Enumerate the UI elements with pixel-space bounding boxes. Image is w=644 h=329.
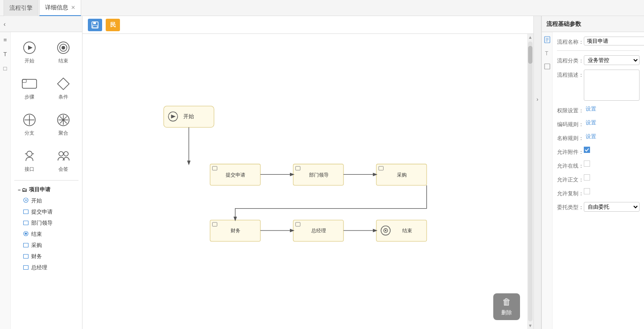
svg-text:财务: 财务 (231, 228, 240, 233)
delete-button[interactable]: 🗑 删除 (493, 293, 520, 320)
tree-item-start[interactable]: 开始 (14, 195, 78, 206)
canvas-scrollbar[interactable]: ▲ ▼ (527, 34, 533, 329)
tree-root-label: 项目申请 (29, 186, 50, 193)
sidebar-text-icon[interactable]: T (1, 50, 9, 58)
save-icon (91, 21, 99, 29)
field-namerule-label: 名称规则： (557, 133, 584, 142)
tab-engine[interactable]: 流程引擎 (4, 0, 38, 16)
interface-icon (21, 148, 37, 164)
tool-step[interactable]: 步骤 (14, 72, 45, 104)
node-end: 结束 (376, 220, 427, 242)
svg-point-20 (64, 152, 68, 156)
field-row-perm: 权限设置： 设置 (557, 105, 640, 115)
tab-detail[interactable]: 详细信息 ✕ (39, 0, 81, 16)
svg-point-26 (25, 233, 27, 235)
flowchart-svg: 开始 提交申请 部门领导 采购 (83, 34, 527, 329)
tree-item-dept[interactable]: 部门领导 (14, 218, 78, 229)
flow-name-input[interactable] (584, 37, 644, 45)
perm-setting-link[interactable]: 设置 (586, 105, 596, 113)
condition-icon (55, 76, 71, 92)
allow-online-checkbox[interactable] (584, 160, 590, 167)
tree-root[interactable]: − 🗂 项目申请 (14, 184, 78, 195)
field-desc-label: 流程描述： (557, 70, 584, 79)
tool-merge[interactable]: 聚合 (48, 108, 78, 140)
main-area: ‹ ≡ T □ 开 (0, 16, 644, 329)
svg-text:采购: 采购 (397, 172, 407, 177)
divider-1 (557, 50, 640, 51)
tool-row-1: 开始 结束 (14, 36, 78, 68)
svg-rect-32 (93, 25, 97, 28)
right-panel-collapse[interactable]: › (533, 16, 541, 329)
tool-countersign-label: 会签 (58, 166, 68, 173)
tool-end[interactable]: 结束 (48, 36, 78, 68)
tree-item-general[interactable]: 总经理 (14, 262, 78, 273)
nav-back-arrow[interactable]: ‹ (4, 21, 6, 28)
name-rule-link[interactable]: 设置 (586, 133, 596, 140)
svg-marker-7 (58, 78, 69, 90)
field-row-copy: 允许复制： (557, 188, 640, 197)
field-row-name: 流程名称： (557, 37, 640, 46)
tab-close-icon[interactable]: ✕ (71, 4, 75, 11)
node-submit: 提交申请 (210, 164, 260, 185)
tree-folder-icon: 🗂 (22, 187, 27, 193)
flow-category-select[interactable]: 业务管控 行政管理 财务管理 (584, 55, 640, 65)
svg-marker-1 (28, 45, 33, 50)
scroll-thumb[interactable] (528, 46, 533, 64)
tool-start[interactable]: 开始 (14, 36, 45, 68)
tree-submit-label: 提交申请 (31, 208, 53, 216)
export-button[interactable]: 民 (106, 19, 120, 31)
step-icon (21, 76, 37, 92)
tree-item-finance[interactable]: 财务 (14, 251, 78, 262)
tree-purchase-label: 采购 (31, 242, 42, 249)
allow-attach-checkbox[interactable] (584, 147, 590, 153)
save-button[interactable] (88, 19, 102, 31)
field-row-namerule: 名称规则： 设置 (557, 133, 640, 142)
svg-text:提交申请: 提交申请 (226, 172, 245, 177)
tool-grid-area: 开始 结束 (11, 32, 82, 329)
tree-item-end[interactable]: 结束 (14, 229, 78, 240)
tool-branch[interactable]: 分支 (14, 108, 45, 140)
code-rule-link[interactable]: 设置 (586, 119, 596, 127)
node-general: 总经理 (293, 220, 343, 242)
svg-text:总经理: 总经理 (311, 228, 326, 233)
tree-dept-label: 部门领导 (31, 219, 53, 227)
toolbox-sidebar: ≡ T □ (0, 32, 11, 329)
tree-end-icon (23, 231, 29, 238)
right-sidebar-doc-icon[interactable] (543, 36, 551, 44)
tool-condition[interactable]: 条件 (48, 72, 78, 104)
tree-item-submit[interactable]: 提交申请 (14, 206, 78, 218)
tree-panel: − 🗂 项目申请 开始 提交申请 (14, 180, 78, 277)
sidebar-box-icon[interactable]: □ (1, 64, 9, 72)
right-panel-body: T 流程名称： 流程分类： 业务管控 (542, 32, 644, 329)
tab-bar: 流程引擎 详细信息 ✕ (0, 0, 644, 16)
tool-interface[interactable]: 接口 (14, 144, 45, 177)
svg-rect-28 (24, 254, 29, 258)
field-perm-label: 权限设置： (557, 105, 584, 115)
svg-point-55 (385, 230, 386, 231)
svg-text:部门领导: 部门领导 (309, 172, 329, 177)
tree-general-label: 总经理 (31, 264, 47, 271)
tree-start-label: 开始 (31, 197, 42, 205)
tree-general-icon (23, 265, 29, 271)
canvas-container[interactable]: 开始 提交申请 部门领导 采购 (83, 34, 533, 329)
right-panel: 流程基础参数 T 流程名称： (541, 16, 644, 329)
delete-icon: 🗑 (502, 297, 511, 307)
flow-desc-textarea[interactable] (584, 70, 640, 101)
tree-item-purchase[interactable]: 采购 (14, 240, 78, 251)
node-purchase: 采购 (376, 164, 427, 185)
tree-submit-icon (23, 209, 29, 215)
allow-copy-checkbox[interactable] (584, 188, 590, 194)
delegate-type-select[interactable]: 自由委托 固定委托 不允许委托 (584, 202, 640, 212)
tool-countersign[interactable]: 会签 (48, 144, 78, 177)
scroll-down-arrow[interactable]: ▼ (527, 322, 533, 329)
field-formal-label: 允许正文： (557, 174, 584, 184)
allow-formal-checkbox[interactable] (584, 174, 590, 181)
right-sidebar-text-icon[interactable]: T (543, 49, 551, 57)
right-panel-title: 流程基础参数 (546, 20, 581, 28)
end-icon (55, 40, 71, 56)
sidebar-list-icon[interactable]: ≡ (1, 36, 9, 44)
right-sidebar-box-icon[interactable] (543, 62, 551, 70)
export-label: 民 (110, 21, 116, 29)
tab-engine-label: 流程引擎 (9, 4, 33, 12)
scroll-up-arrow[interactable]: ▲ (527, 34, 533, 41)
